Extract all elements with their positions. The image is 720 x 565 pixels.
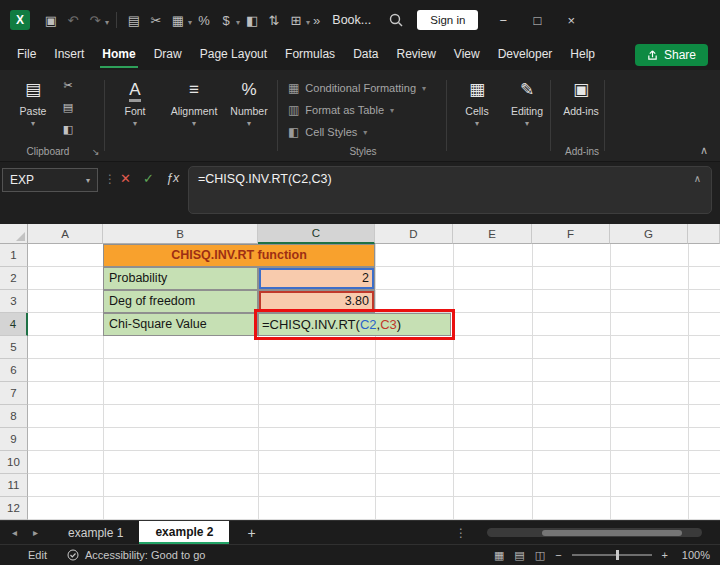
- cell-grid[interactable]: CHISQ.INV.RT function Probability 2 Deg …: [28, 244, 720, 520]
- font-menu-button[interactable]: A Font ▾: [110, 78, 160, 128]
- menu-tab-file[interactable]: File: [8, 40, 45, 70]
- redo-icon[interactable]: ↷: [84, 13, 106, 28]
- zoom-slider-thumb[interactable]: [616, 550, 619, 560]
- save-icon[interactable]: ▣: [40, 13, 62, 28]
- cell-c2-value[interactable]: 2: [258, 267, 375, 290]
- row-header-10[interactable]: 10: [0, 451, 28, 474]
- cell-styles-button[interactable]: ◧ Cell Styles ▾: [288, 123, 367, 141]
- clipboard-dialog-launcher-icon[interactable]: ↘: [92, 147, 100, 157]
- sheet-tab-options-icon[interactable]: ⋮: [447, 521, 475, 544]
- page-layout-view-icon[interactable]: ▤: [514, 549, 524, 562]
- sign-in-button[interactable]: Sign in: [417, 10, 478, 30]
- copy-button[interactable]: ▤: [58, 101, 78, 114]
- toolbar-overflow-icon[interactable]: »: [313, 13, 320, 28]
- fill-color-icon[interactable]: ◧: [241, 13, 263, 28]
- cells-menu-button[interactable]: ▦ Cells ▾: [452, 78, 502, 128]
- row-header-4[interactable]: 4: [0, 313, 28, 336]
- percent-style-icon[interactable]: %: [193, 13, 215, 28]
- col-header-b[interactable]: B: [103, 224, 258, 244]
- zoom-level[interactable]: 100%: [678, 549, 710, 561]
- sheet-tab-example-1[interactable]: example 1: [52, 521, 139, 544]
- cell-b3-dof[interactable]: Deg of freedom: [103, 290, 258, 313]
- col-header-g[interactable]: G: [610, 224, 688, 244]
- row-header-2[interactable]: 2: [0, 267, 28, 290]
- cut-button[interactable]: ✂: [58, 79, 78, 92]
- maximize-button[interactable]: □: [520, 0, 554, 40]
- editing-menu-button[interactable]: ✎ Editing ▾: [502, 78, 552, 128]
- menu-tab-developer[interactable]: Developer: [489, 40, 562, 70]
- redo-caret-icon[interactable]: ▾: [105, 18, 109, 27]
- currency-caret-icon[interactable]: ▾: [236, 18, 240, 27]
- col-header-c[interactable]: C: [258, 224, 375, 244]
- table-caret-icon[interactable]: ▾: [306, 18, 310, 27]
- table-icon[interactable]: ⊞: [285, 13, 307, 28]
- page-break-view-icon[interactable]: ◫: [535, 549, 545, 562]
- collapse-ribbon-icon[interactable]: ∧: [700, 144, 708, 157]
- currency-style-icon[interactable]: $: [215, 13, 237, 28]
- menu-tab-insert[interactable]: Insert: [45, 40, 93, 70]
- menu-tab-draw[interactable]: Draw: [145, 40, 191, 70]
- cell-b4-result-label[interactable]: Chi-Square Value: [103, 313, 258, 336]
- menu-tab-home[interactable]: Home: [93, 40, 144, 70]
- format-painter-button[interactable]: ◧: [58, 123, 78, 136]
- row-header-3[interactable]: 3: [0, 290, 28, 313]
- format-as-table-button[interactable]: ▥ Format as Table ▾: [288, 101, 394, 119]
- scrollbar-track[interactable]: [487, 528, 702, 537]
- row-header-7[interactable]: 7: [0, 382, 28, 405]
- undo-icon[interactable]: ↶: [62, 13, 84, 28]
- sheet-nav-right-icon[interactable]: ▸: [33, 527, 38, 538]
- paste-icon[interactable]: ▤: [123, 13, 145, 28]
- select-all-corner[interactable]: [0, 224, 28, 244]
- search-icon[interactable]: [389, 13, 403, 27]
- zoom-out-icon[interactable]: −: [555, 549, 561, 561]
- name-box-caret-icon[interactable]: ▾: [86, 176, 90, 185]
- row-header-1[interactable]: 1: [0, 244, 28, 267]
- scrollbar-thumb[interactable]: [542, 530, 682, 536]
- number-menu-button[interactable]: % Number ▾: [224, 78, 274, 128]
- row-header-11[interactable]: 11: [0, 474, 28, 497]
- zoom-slider[interactable]: [572, 554, 652, 556]
- menu-tab-help[interactable]: Help: [561, 40, 604, 70]
- menu-tab-view[interactable]: View: [445, 40, 489, 70]
- picture-caret-icon[interactable]: ▾: [188, 18, 192, 27]
- row-header-12[interactable]: 12: [0, 497, 28, 520]
- cell-c3-value[interactable]: 3.80: [258, 290, 375, 313]
- row-header-9[interactable]: 9: [0, 428, 28, 451]
- insert-function-icon[interactable]: ƒx: [166, 171, 179, 185]
- alignment-menu-button[interactable]: ≡ Alignment ▾: [166, 78, 222, 128]
- cell-b1-title[interactable]: CHISQ.INV.RT function: [103, 244, 375, 267]
- picture-icon[interactable]: ▦: [167, 13, 189, 28]
- zoom-in-icon[interactable]: +: [662, 549, 668, 561]
- row-header-5[interactable]: 5: [0, 336, 28, 359]
- col-header-d[interactable]: D: [375, 224, 453, 244]
- accessibility-checker[interactable]: Accessibility: Good to go: [67, 549, 205, 561]
- sheet-nav-left-icon[interactable]: ◂: [12, 527, 17, 538]
- row-header-6[interactable]: 6: [0, 359, 28, 382]
- cell-b2-probability[interactable]: Probability: [103, 267, 258, 290]
- col-header-partial[interactable]: [688, 224, 720, 244]
- menu-tab-data[interactable]: Data: [344, 40, 387, 70]
- cut-icon[interactable]: ✂: [145, 13, 167, 28]
- col-header-a[interactable]: A: [28, 224, 103, 244]
- col-header-e[interactable]: E: [453, 224, 532, 244]
- add-sheet-icon[interactable]: +: [229, 521, 273, 544]
- sheet-tab-example-2[interactable]: example 2: [139, 521, 229, 544]
- formula-bar-handle-icon[interactable]: ⋮: [104, 172, 116, 186]
- paste-button[interactable]: ▤ Paste ▾: [8, 78, 58, 128]
- cancel-entry-icon[interactable]: ✕: [120, 171, 131, 186]
- formula-input[interactable]: =CHISQ.INV.RT(C2,C3) ∧: [188, 166, 712, 214]
- menu-tab-page-layout[interactable]: Page Layout: [191, 40, 276, 70]
- row-header-8[interactable]: 8: [0, 405, 28, 428]
- name-box[interactable]: EXP ▾: [2, 168, 98, 192]
- conditional-formatting-button[interactable]: ▦ Conditional Formatting ▾: [288, 79, 426, 97]
- collapse-formula-bar-icon[interactable]: ∧: [694, 173, 701, 184]
- menu-tab-review[interactable]: Review: [387, 40, 444, 70]
- minimize-button[interactable]: −: [486, 0, 520, 40]
- col-header-f[interactable]: F: [532, 224, 610, 244]
- share-button[interactable]: Share: [635, 44, 708, 66]
- sort-icon[interactable]: ⇅: [263, 13, 285, 28]
- menu-tab-formulas[interactable]: Formulas: [276, 40, 344, 70]
- addins-button[interactable]: ▣ Add-ins: [556, 78, 606, 117]
- confirm-entry-icon[interactable]: ✓: [143, 171, 154, 186]
- close-button[interactable]: ×: [554, 0, 588, 40]
